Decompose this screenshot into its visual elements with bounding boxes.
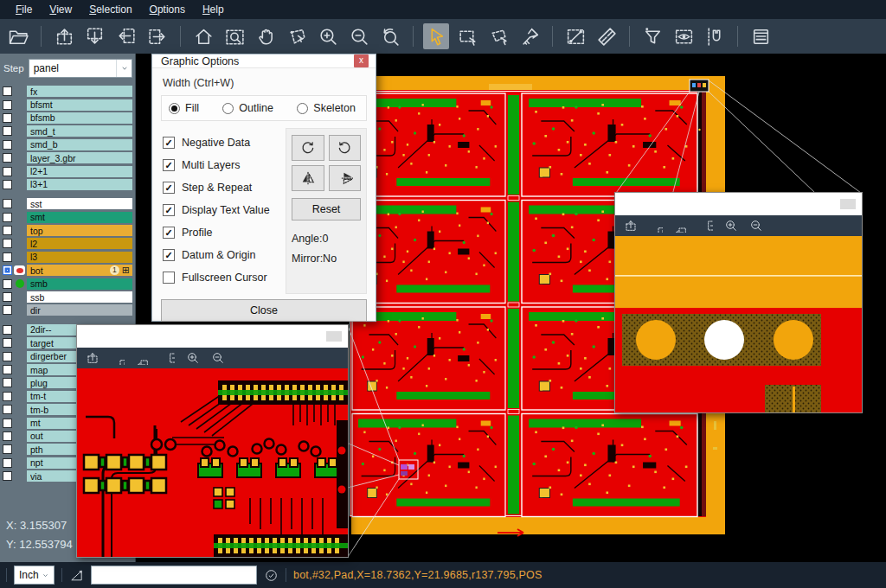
clean-brush-icon[interactable] <box>517 23 543 49</box>
menu-item[interactable]: Options <box>141 0 194 19</box>
layer-name[interactable]: dir <box>27 304 132 316</box>
layer-row[interactable]: l3 <box>0 251 135 264</box>
layer-name[interactable]: fx <box>27 86 132 97</box>
command-input[interactable] <box>91 566 257 585</box>
layer-row[interactable]: fx <box>0 85 135 98</box>
mirror-vertical-button[interactable] <box>329 165 362 191</box>
commit-icon[interactable] <box>264 568 279 583</box>
checkbox[interactable]: ✓ <box>163 182 175 194</box>
layer-row[interactable]: l3+1 <box>0 178 135 191</box>
layer-visibility-checkbox[interactable] <box>3 140 12 150</box>
radio-circle[interactable] <box>297 103 308 114</box>
layer-row[interactable]: smd_b <box>0 138 135 151</box>
checkbox-option[interactable]: ✓ Profile <box>163 227 279 239</box>
layer-visibility-checkbox[interactable] <box>3 199 12 208</box>
checkbox[interactable]: ✓ <box>163 159 175 171</box>
layer-visibility-checkbox[interactable] <box>3 458 12 468</box>
radio-option[interactable]: Skeleton <box>297 102 356 114</box>
move-down-icon[interactable] <box>111 351 125 365</box>
layer-visibility-checkbox[interactable] <box>3 419 12 428</box>
zoom-previous-icon[interactable] <box>377 23 403 49</box>
unit-select[interactable]: Inch <box>14 566 55 585</box>
checkbox-option[interactable]: ✓ Multi Layers <box>163 159 279 171</box>
layer-name[interactable]: smd_t <box>27 125 132 137</box>
checkbox[interactable]: ✓ <box>163 204 175 216</box>
menu-item[interactable]: Help <box>194 0 233 19</box>
layer-visibility-checkbox[interactable] <box>3 252 12 262</box>
window-button[interactable] <box>326 331 342 342</box>
layer-visibility-checkbox[interactable] <box>3 471 12 481</box>
step-select[interactable]: panel <box>29 59 132 78</box>
layer-visibility-checkbox[interactable] <box>3 265 12 275</box>
layer-row[interactable]: dir <box>0 304 135 316</box>
layer-visibility-checkbox[interactable] <box>3 292 12 302</box>
layer-name[interactable]: l2+1 <box>27 166 132 177</box>
move-up-icon[interactable] <box>86 351 100 365</box>
rotate-cw-button[interactable] <box>292 135 324 161</box>
menu-item[interactable]: View <box>41 0 80 19</box>
checkbox-option[interactable]: ✓ Display Text Value <box>163 204 279 216</box>
radio-option[interactable]: Outline <box>222 102 273 114</box>
measure-area-icon[interactable] <box>284 23 310 49</box>
layer-visibility-checkbox[interactable] <box>3 405 12 414</box>
layer-row[interactable]: smb <box>0 277 135 290</box>
menu-item[interactable]: File <box>7 0 41 19</box>
move-right-icon[interactable] <box>161 351 175 365</box>
magnifier-content[interactable] <box>615 236 862 412</box>
checkbox-option[interactable]: ✓ Datum & Origin <box>163 249 279 261</box>
checkbox[interactable]: ✓ <box>163 227 175 239</box>
layer-visibility-checkbox[interactable] <box>3 431 12 441</box>
magnifier-titlebar[interactable] <box>615 193 862 215</box>
zoom-out-icon[interactable] <box>211 351 225 365</box>
layer-visibility-checkbox[interactable] <box>3 378 12 387</box>
zoom-window-icon[interactable] <box>222 23 247 49</box>
zoom-in-icon[interactable] <box>724 219 738 233</box>
magnifier-window-left[interactable] <box>76 324 349 558</box>
snap-magnet-icon[interactable] <box>702 23 728 49</box>
layer-visibility-checkbox[interactable] <box>3 239 12 248</box>
checkbox[interactable] <box>163 272 175 284</box>
layer-visibility-checkbox[interactable] <box>3 279 12 289</box>
select-polygon-icon[interactable] <box>485 23 511 49</box>
layer-row[interactable]: bfsmb <box>0 112 135 125</box>
radio-option[interactable]: Fill <box>169 102 199 114</box>
layer-row[interactable]: layer_3.gbr <box>0 151 135 164</box>
layer-name[interactable]: smt <box>27 212 132 223</box>
layer-name[interactable]: sst <box>27 198 132 209</box>
layer-visibility-checkbox[interactable] <box>3 153 12 163</box>
layer-visibility-checkbox[interactable] <box>3 180 12 189</box>
move-up-icon[interactable] <box>51 23 77 49</box>
move-left-icon[interactable] <box>113 23 139 49</box>
move-left-icon[interactable] <box>136 351 150 365</box>
checkbox-option[interactable]: Fullscreen Cursor <box>163 272 279 284</box>
layer-row[interactable]: bot 1 ⊞ <box>0 264 135 277</box>
close-icon[interactable]: x <box>354 54 369 67</box>
home-view-icon[interactable] <box>190 23 216 49</box>
magnifier-titlebar[interactable] <box>77 325 348 348</box>
layer-row[interactable]: l2+1 <box>0 164 135 177</box>
zoom-out-icon[interactable] <box>346 23 372 49</box>
angle-mode-icon[interactable] <box>69 568 84 583</box>
move-right-icon[interactable] <box>144 23 170 49</box>
move-right-icon[interactable] <box>699 219 713 233</box>
mirror-horizontal-button[interactable] <box>292 165 324 191</box>
radio-circle[interactable] <box>222 103 234 114</box>
pan-hand-icon[interactable] <box>253 23 279 49</box>
layer-visibility-checkbox[interactable] <box>3 126 12 136</box>
move-left-icon[interactable] <box>674 219 688 233</box>
checkbox-option[interactable]: ✓ Negative Data <box>163 137 279 149</box>
layer-visibility-checkbox[interactable] <box>3 338 12 348</box>
select-rect-icon[interactable] <box>454 23 480 49</box>
layer-visibility-checkbox[interactable] <box>3 86 12 96</box>
filter-icon[interactable] <box>639 23 665 49</box>
layer-visibility-checkbox[interactable] <box>3 325 12 335</box>
layer-visibility-checkbox[interactable] <box>3 392 12 401</box>
ruler-icon[interactable] <box>594 23 620 49</box>
move-down-icon[interactable] <box>649 219 663 233</box>
move-down-icon[interactable] <box>82 23 108 49</box>
radio-circle[interactable] <box>169 103 180 114</box>
move-up-icon[interactable] <box>624 219 638 233</box>
layer-visibility-checkbox[interactable] <box>3 226 12 235</box>
layer-row[interactable]: ssb <box>0 291 135 304</box>
dialog-titlebar[interactable]: Graphic Options x <box>152 54 376 68</box>
